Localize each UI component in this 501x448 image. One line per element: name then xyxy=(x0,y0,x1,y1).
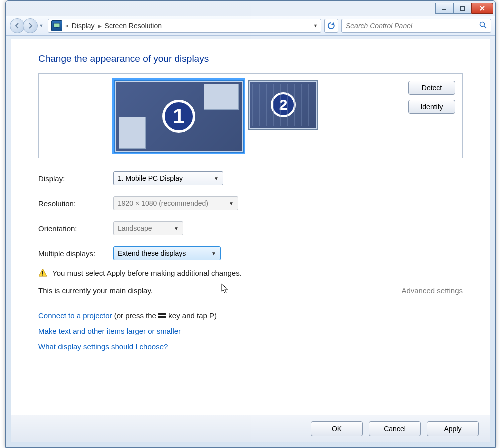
multiple-displays-value: Extend these displays xyxy=(118,249,186,257)
warning-icon xyxy=(38,268,47,277)
detect-button[interactable]: Detect xyxy=(408,81,455,95)
display-preview-2[interactable]: 2 xyxy=(248,80,318,130)
chevron-down-icon: ▼ xyxy=(174,226,179,231)
window: ▼ « Display ▶ Screen Resolution ▼ Change… xyxy=(5,0,496,448)
display-preview-1[interactable]: 1 xyxy=(114,80,244,153)
separator xyxy=(38,301,463,301)
search-icon[interactable] xyxy=(479,21,487,30)
maximize-button[interactable] xyxy=(453,3,471,14)
text-size-link[interactable]: Make text and other items larger or smal… xyxy=(38,327,463,335)
minimize-button[interactable] xyxy=(435,3,453,14)
projector-hint-2: key and tap P) xyxy=(166,311,217,320)
preview-window-icon xyxy=(204,84,239,110)
main-display-text: This is currently your main display. xyxy=(38,286,153,295)
page-title: Change the appearance of your displays xyxy=(38,53,463,64)
resolution-select-value: 1920 × 1080 (recommended) xyxy=(118,199,208,207)
search-box[interactable] xyxy=(341,19,491,33)
svg-point-4 xyxy=(480,22,485,27)
advanced-settings-link[interactable]: Advanced settings xyxy=(401,286,463,295)
content-area: Change the appearance of your displays 1… xyxy=(11,39,490,442)
breadcrumb-back-icon: « xyxy=(65,22,69,29)
display-number-1: 1 xyxy=(162,100,195,133)
preview-grid-icon xyxy=(252,84,314,126)
close-button[interactable] xyxy=(471,3,493,14)
history-dropdown[interactable]: ▼ xyxy=(38,21,45,31)
chevron-down-icon: ▼ xyxy=(214,176,219,181)
search-input[interactable] xyxy=(346,22,479,30)
bottom-button-bar: OK Cancel Apply xyxy=(11,415,490,442)
chevron-down-icon: ▼ xyxy=(211,251,216,256)
svg-rect-7 xyxy=(42,275,43,276)
resolution-select[interactable]: 1920 × 1080 (recommended) ▼ xyxy=(113,196,238,210)
svg-line-5 xyxy=(484,26,487,29)
orientation-select-value: Landscape xyxy=(118,224,152,232)
connect-projector-link[interactable]: Connect to a projector xyxy=(38,311,112,320)
svg-rect-6 xyxy=(42,271,43,274)
svg-rect-3 xyxy=(56,27,58,28)
display-preview-area[interactable]: 1 2 Detect Identify xyxy=(38,73,463,158)
windows-key-icon xyxy=(158,312,166,319)
svg-rect-0 xyxy=(442,9,446,10)
forward-button[interactable] xyxy=(23,18,38,33)
multiple-displays-select[interactable]: Extend these displays ▼ xyxy=(113,246,221,260)
warning-message: You must select Apply before making addi… xyxy=(38,268,463,277)
orientation-label: Orientation: xyxy=(38,224,113,233)
breadcrumb-current[interactable]: Screen Resolution xyxy=(105,22,162,30)
apply-button[interactable]: Apply xyxy=(427,421,479,436)
breadcrumb-dropdown[interactable]: ▼ xyxy=(313,23,318,28)
titlebar xyxy=(6,1,495,16)
display-select[interactable]: 1. Mobile PC Display ▼ xyxy=(113,171,223,185)
what-settings-link[interactable]: What display settings should I choose? xyxy=(38,342,463,351)
display-select-value: 1. Mobile PC Display xyxy=(118,174,183,182)
breadcrumb-parent[interactable]: Display xyxy=(72,22,95,30)
display-label: Display: xyxy=(38,174,113,183)
warning-text: You must select Apply before making addi… xyxy=(52,269,242,277)
multiple-displays-label: Multiple displays: xyxy=(38,249,113,258)
monitor-icon xyxy=(51,20,62,31)
ok-button[interactable]: OK xyxy=(311,421,363,436)
refresh-button[interactable] xyxy=(324,19,338,33)
orientation-select[interactable]: Landscape ▼ xyxy=(113,221,183,235)
breadcrumb[interactable]: « Display ▶ Screen Resolution ▼ xyxy=(48,19,321,33)
svg-rect-1 xyxy=(460,6,464,10)
preview-window-icon xyxy=(119,117,146,149)
projector-hint-1: (or press the xyxy=(112,311,159,320)
navbar: ▼ « Display ▶ Screen Resolution ▼ xyxy=(6,16,495,36)
chevron-right-icon: ▶ xyxy=(98,23,102,29)
resolution-label: Resolution: xyxy=(38,199,113,208)
svg-rect-2 xyxy=(54,23,60,27)
identify-button[interactable]: Identify xyxy=(408,100,455,114)
cancel-button[interactable]: Cancel xyxy=(369,421,421,436)
chevron-down-icon: ▼ xyxy=(229,201,234,206)
